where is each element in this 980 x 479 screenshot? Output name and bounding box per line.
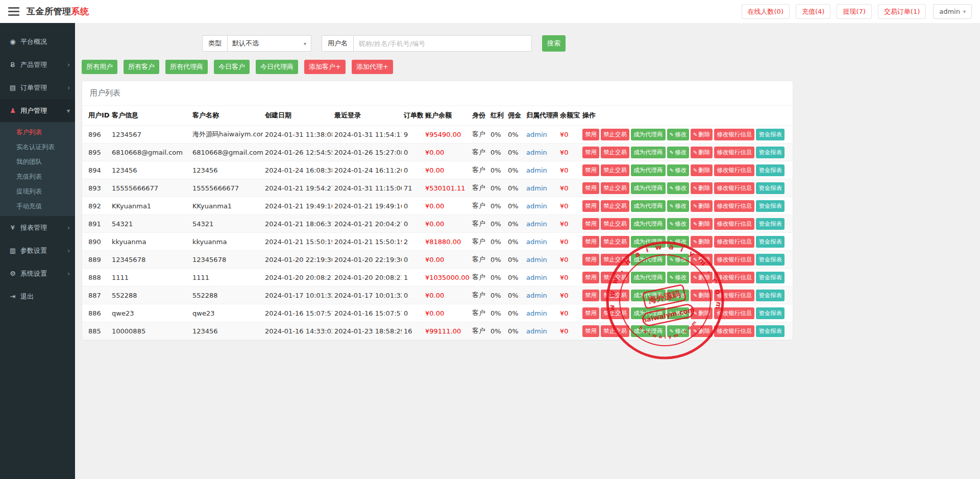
disable-button[interactable]: 禁用 bbox=[582, 254, 599, 266]
sidebar-subitem-my-team[interactable]: 我的团队 bbox=[0, 154, 75, 169]
forbid-trade-button[interactable]: 禁止交易 bbox=[601, 290, 629, 301]
edit-button[interactable]: ✎修改 bbox=[667, 236, 689, 248]
disable-button[interactable]: 禁用 bbox=[582, 218, 599, 230]
disable-button[interactable]: 禁用 bbox=[582, 147, 599, 158]
edit-button[interactable]: ✎修改 bbox=[667, 164, 689, 176]
delete-button[interactable]: ✎删除 bbox=[691, 272, 713, 283]
make-agent-button[interactable]: 成为代理商 bbox=[631, 147, 666, 158]
make-agent-button[interactable]: 成为代理商 bbox=[631, 325, 666, 337]
delete-button[interactable]: ✎删除 bbox=[691, 218, 713, 230]
sidebar-subitem-realname-list[interactable]: 实名认证列表 bbox=[0, 139, 75, 154]
disable-button[interactable]: 禁用 bbox=[582, 325, 599, 337]
disable-button[interactable]: 禁用 bbox=[582, 272, 599, 283]
edit-button[interactable]: ✎修改 bbox=[667, 218, 689, 230]
make-agent-button[interactable]: 成为代理商 bbox=[631, 290, 666, 301]
disable-button[interactable]: 禁用 bbox=[582, 290, 599, 301]
search-button[interactable]: 搜索 bbox=[542, 35, 566, 52]
today-agents-button[interactable]: 今日代理商 bbox=[256, 60, 298, 74]
edit-bank-info-button[interactable]: 修改银行信息 bbox=[714, 129, 754, 140]
funds-report-button[interactable]: 资金报表 bbox=[756, 254, 785, 266]
disable-button[interactable]: 禁用 bbox=[582, 164, 599, 176]
delete-button[interactable]: ✎删除 bbox=[691, 290, 713, 301]
forbid-trade-button[interactable]: 禁止交易 bbox=[601, 129, 629, 140]
sidebar-item-system[interactable]: ⚙系统设置› bbox=[0, 262, 75, 285]
sidebar-item-products[interactable]: Ƀ产品管理› bbox=[0, 53, 75, 76]
funds-report-button[interactable]: 资金报表 bbox=[756, 290, 785, 301]
edit-bank-info-button[interactable]: 修改银行信息 bbox=[714, 164, 754, 176]
all-users-button[interactable]: 所有用户 bbox=[82, 60, 117, 74]
delete-button[interactable]: ✎删除 bbox=[691, 129, 713, 140]
add-customer-button[interactable]: 添加客户+ bbox=[304, 60, 346, 74]
forbid-trade-button[interactable]: 禁止交易 bbox=[601, 182, 629, 194]
sidebar-subitem-manual-recharge[interactable]: 手动充值 bbox=[0, 199, 75, 213]
sidebar-item-params[interactable]: ▥参数设置› bbox=[0, 239, 75, 262]
edit-bank-info-button[interactable]: 修改银行信息 bbox=[714, 236, 754, 248]
sidebar-subitem-withdraw-list[interactable]: 提现列表 bbox=[0, 184, 75, 199]
forbid-trade-button[interactable]: 禁止交易 bbox=[601, 307, 629, 319]
delete-button[interactable]: ✎删除 bbox=[691, 182, 713, 194]
sidebar-item-overview[interactable]: ◉平台概况 bbox=[0, 30, 75, 53]
make-agent-button[interactable]: 成为代理商 bbox=[631, 307, 666, 319]
edit-bank-info-button[interactable]: 修改银行信息 bbox=[714, 290, 754, 301]
sidebar-item-reports[interactable]: ¥报表管理› bbox=[0, 216, 75, 239]
online-count-badge[interactable]: 在线人数(0) bbox=[742, 4, 790, 19]
make-agent-button[interactable]: 成为代理商 bbox=[631, 254, 666, 266]
all-agents-button[interactable]: 所有代理商 bbox=[165, 60, 208, 74]
forbid-trade-button[interactable]: 禁止交易 bbox=[601, 254, 629, 266]
delete-button[interactable]: ✎删除 bbox=[691, 307, 713, 319]
edit-bank-info-button[interactable]: 修改银行信息 bbox=[714, 200, 754, 212]
edit-button[interactable]: ✎修改 bbox=[667, 307, 689, 319]
edit-button[interactable]: ✎修改 bbox=[667, 254, 689, 266]
edit-button[interactable]: ✎修改 bbox=[667, 200, 689, 212]
add-agent-button[interactable]: 添加代理+ bbox=[352, 60, 393, 74]
sidebar-item-orders[interactable]: ▤订单管理› bbox=[0, 76, 75, 99]
edit-button[interactable]: ✎修改 bbox=[667, 147, 689, 158]
funds-report-button[interactable]: 资金报表 bbox=[756, 200, 785, 212]
edit-bank-info-button[interactable]: 修改银行信息 bbox=[714, 325, 754, 337]
delete-button[interactable]: ✎删除 bbox=[691, 200, 713, 212]
delete-button[interactable]: ✎删除 bbox=[691, 147, 713, 158]
delete-button[interactable]: ✎删除 bbox=[691, 236, 713, 248]
edit-bank-info-button[interactable]: 修改银行信息 bbox=[714, 254, 754, 266]
funds-report-button[interactable]: 资金报表 bbox=[756, 236, 785, 248]
admin-dropdown[interactable]: admin ▾ bbox=[933, 4, 972, 19]
funds-report-button[interactable]: 资金报表 bbox=[756, 307, 785, 319]
disable-button[interactable]: 禁用 bbox=[582, 200, 599, 212]
delete-button[interactable]: ✎删除 bbox=[691, 164, 713, 176]
edit-bank-info-button[interactable]: 修改银行信息 bbox=[714, 147, 754, 158]
disable-button[interactable]: 禁用 bbox=[582, 307, 599, 319]
forbid-trade-button[interactable]: 禁止交易 bbox=[601, 147, 629, 158]
make-agent-button[interactable]: 成为代理商 bbox=[631, 218, 666, 230]
all-customers-button[interactable]: 所有客户 bbox=[124, 60, 159, 74]
delete-button[interactable]: ✎删除 bbox=[691, 254, 713, 266]
sidebar-item-users[interactable]: ♟用户管理▾ bbox=[0, 99, 75, 122]
forbid-trade-button[interactable]: 禁止交易 bbox=[601, 164, 629, 176]
trade-orders-badge[interactable]: 交易订单(1) bbox=[878, 4, 926, 19]
edit-button[interactable]: ✎修改 bbox=[667, 290, 689, 301]
edit-button[interactable]: ✎修改 bbox=[667, 182, 689, 194]
sidebar-subitem-recharge-list[interactable]: 充值列表 bbox=[0, 169, 75, 184]
username-input[interactable] bbox=[353, 35, 532, 52]
make-agent-button[interactable]: 成为代理商 bbox=[631, 272, 666, 283]
make-agent-button[interactable]: 成为代理商 bbox=[631, 182, 666, 194]
forbid-trade-button[interactable]: 禁止交易 bbox=[601, 218, 629, 230]
funds-report-button[interactable]: 资金报表 bbox=[756, 147, 785, 158]
make-agent-button[interactable]: 成为代理商 bbox=[631, 164, 666, 176]
edit-bank-info-button[interactable]: 修改银行信息 bbox=[714, 272, 754, 283]
forbid-trade-button[interactable]: 禁止交易 bbox=[601, 236, 629, 248]
edit-bank-info-button[interactable]: 修改银行信息 bbox=[714, 218, 754, 230]
funds-report-button[interactable]: 资金报表 bbox=[756, 182, 785, 194]
funds-report-button[interactable]: 资金报表 bbox=[756, 164, 785, 176]
funds-report-button[interactable]: 资金报表 bbox=[756, 129, 785, 140]
make-agent-button[interactable]: 成为代理商 bbox=[631, 236, 666, 248]
forbid-trade-button[interactable]: 禁止交易 bbox=[601, 272, 629, 283]
edit-button[interactable]: ✎修改 bbox=[667, 129, 689, 140]
hamburger-menu-icon[interactable] bbox=[8, 7, 19, 16]
edit-bank-info-button[interactable]: 修改银行信息 bbox=[714, 307, 754, 319]
today-customers-button[interactable]: 今日客户 bbox=[214, 60, 250, 74]
edit-bank-info-button[interactable]: 修改银行信息 bbox=[714, 182, 754, 194]
type-select[interactable]: 默认不选 ▾ bbox=[227, 35, 311, 52]
delete-button[interactable]: ✎删除 bbox=[691, 325, 713, 337]
edit-button[interactable]: ✎修改 bbox=[667, 272, 689, 283]
disable-button[interactable]: 禁用 bbox=[582, 129, 599, 140]
